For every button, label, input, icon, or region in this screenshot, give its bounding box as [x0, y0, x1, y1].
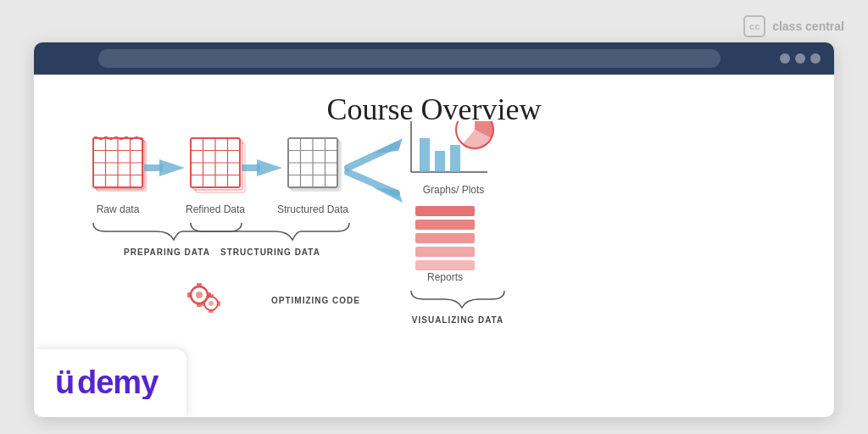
browser-dot-2 [795, 53, 805, 64]
svg-text:Refined Data: Refined Data [186, 203, 245, 215]
udemy-logo: ü demy [55, 361, 165, 406]
brand-name: class central [772, 19, 844, 33]
url-bar [98, 49, 721, 68]
browser-dot-1 [780, 53, 790, 64]
svg-text:Graphs/ Plots: Graphs/ Plots [423, 184, 485, 196]
svg-rect-44 [450, 145, 460, 172]
svg-point-61 [209, 301, 214, 306]
svg-text:ü: ü [55, 364, 74, 399]
browser-dot-3 [810, 53, 821, 64]
svg-rect-11 [144, 164, 163, 171]
svg-rect-64 [202, 301, 205, 306]
svg-text:OPTIMIZING CODE: OPTIMIZING CODE [271, 296, 360, 305]
browser-window: Course Overview Raw data [34, 42, 834, 417]
udemy-badge: ü demy [34, 349, 186, 417]
svg-line-37 [348, 145, 397, 168]
svg-rect-42 [420, 138, 430, 172]
svg-line-39 [348, 172, 397, 193]
svg-rect-57 [197, 303, 202, 307]
svg-rect-58 [187, 292, 192, 298]
svg-rect-62 [209, 294, 214, 298]
svg-text:STRUCTURING DATA: STRUCTURING DATA [220, 248, 320, 257]
svg-point-55 [196, 292, 203, 298]
svg-rect-47 [415, 206, 475, 216]
classcentral-brand: cc class central [743, 15, 844, 37]
svg-rect-43 [435, 151, 445, 172]
svg-text:PREPARING DATA: PREPARING DATA [124, 248, 210, 257]
svg-rect-65 [217, 301, 220, 306]
svg-text:Reports: Reports [427, 271, 463, 283]
svg-rect-63 [209, 309, 214, 313]
cc-icon: cc [743, 15, 765, 37]
svg-text:VISUALIZING DATA: VISUALIZING DATA [412, 315, 504, 325]
svg-rect-51 [415, 260, 475, 270]
svg-text:Raw data: Raw data [97, 203, 140, 215]
main-content: Course Overview Raw data [34, 75, 834, 417]
svg-rect-56 [197, 283, 202, 287]
svg-rect-49 [415, 233, 475, 243]
browser-dots [780, 53, 821, 64]
svg-text:demy: demy [77, 364, 159, 399]
flow-diagram: Raw data Refined Data [59, 121, 653, 342]
udemy-svg: ü demy [55, 361, 165, 399]
svg-marker-10 [159, 159, 185, 176]
svg-rect-48 [415, 220, 475, 230]
svg-text:Structured Data: Structured Data [277, 203, 348, 215]
browser-bar [34, 42, 834, 75]
svg-rect-23 [242, 164, 260, 171]
svg-rect-50 [415, 247, 475, 257]
svg-marker-22 [257, 159, 282, 176]
